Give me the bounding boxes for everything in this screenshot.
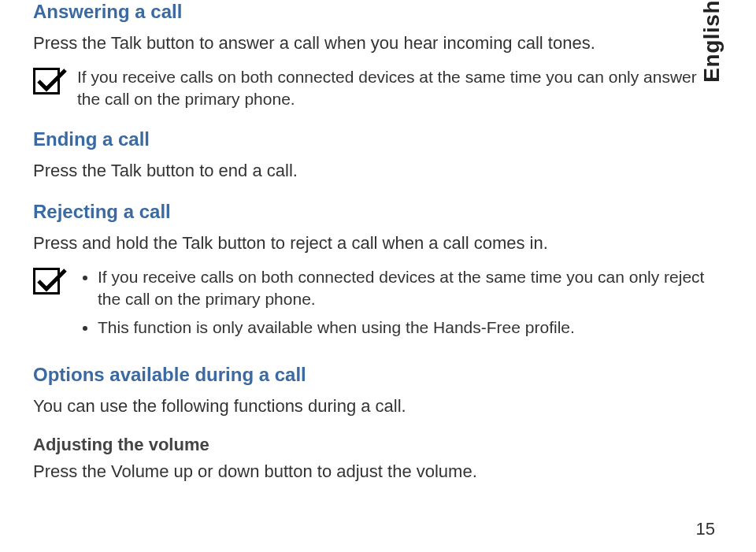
subheading-adjusting: Adjusting the volume	[33, 435, 715, 455]
note-rejecting: If you receive calls on both connected d…	[33, 266, 715, 346]
note-answering: If you receive calls on both connected d…	[33, 66, 715, 111]
section-rejecting: Rejecting a call Press and hold the Talk…	[33, 200, 715, 346]
note-list-body: If you receive calls on both connected d…	[77, 266, 715, 346]
note-text: If you receive calls on both connected d…	[77, 66, 715, 111]
heading-ending: Ending a call	[33, 128, 715, 151]
heading-options: Options available during a call	[33, 363, 715, 387]
page-content: Answering a call Press the Talk button t…	[0, 0, 756, 483]
check-icon	[33, 268, 60, 295]
check-icon	[33, 68, 60, 94]
section-answering: Answering a call Press the Talk button t…	[33, 0, 715, 110]
body-answering: Press the Talk button to answer a call w…	[33, 31, 715, 55]
heading-rejecting: Rejecting a call	[33, 200, 715, 224]
section-options: Options available during a call You can …	[33, 363, 715, 418]
section-ending: Ending a call Press the Talk button to e…	[33, 128, 715, 183]
body-ending: Press the Talk button to end a call.	[33, 159, 715, 183]
section-adjusting: Adjusting the volume Press the Volume up…	[33, 435, 715, 483]
body-rejecting: Press and hold the Talk button to reject…	[33, 232, 715, 255]
body-adjusting: Press the Volume up or down button to ad…	[33, 460, 715, 483]
note-list-item: This function is only available when usi…	[98, 317, 715, 339]
body-options: You can use the following functions duri…	[33, 395, 715, 418]
note-list-item: If you receive calls on both connected d…	[98, 266, 715, 311]
page-number: 15	[696, 519, 715, 539]
heading-answering: Answering a call	[33, 0, 715, 24]
